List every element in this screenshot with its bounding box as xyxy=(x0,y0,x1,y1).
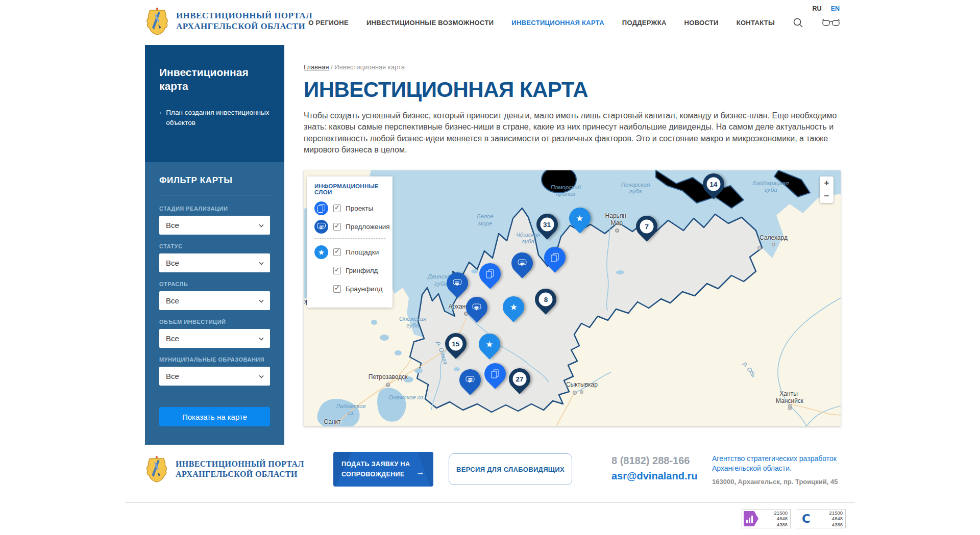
filter-select[interactable]: Все xyxy=(159,216,270,235)
nav-item[interactable]: ИНВЕСТИЦИОННЫЕ ВОЗМОЖНОСТИ xyxy=(366,19,494,27)
accessibility-glasses-icon[interactable] xyxy=(821,19,841,27)
doc-layer-icon xyxy=(314,201,328,215)
map-filter-panel: ФИЛЬТР КАРТЫ СТАДИЯ РЕАЛИЗАЦИИВсеСТАТУСВ… xyxy=(145,162,284,445)
filter-select[interactable]: Все xyxy=(159,253,270,272)
speech-bubble-icon xyxy=(466,376,475,384)
filter-panel-title: ФИЛЬТР КАРТЫ xyxy=(159,175,270,186)
filter-select[interactable]: Все xyxy=(159,329,270,348)
map-pin-speech[interactable] xyxy=(466,297,487,318)
document-icon xyxy=(551,253,559,262)
chevron-right-icon: › xyxy=(159,108,161,129)
speech-bubble-icon xyxy=(453,279,461,287)
map-pin-cluster[interactable]: 7 xyxy=(636,216,657,237)
counter-values: 2150048484386 xyxy=(758,510,788,527)
apply-support-button[interactable]: ПОДАТЬ ЗАЯВКУ НА СОПРОВОЖДЕНИЕ → xyxy=(333,452,433,487)
map-pin-cluster[interactable]: 31 xyxy=(536,214,558,235)
map-pin-cluster[interactable]: 15 xyxy=(445,333,467,354)
legend-row: Гринфилд xyxy=(314,264,385,277)
map-pin-star[interactable]: ★ xyxy=(479,334,500,355)
agency-address: 163000, Архангельск, пр. Троицкий, 45 xyxy=(712,478,847,486)
nav-items: О РЕГИОНЕИНВЕСТИЦИОННЫЕ ВОЗМОЖНОСТИИНВЕС… xyxy=(308,19,775,27)
breadcrumb-current: Инвестиционная карта xyxy=(334,63,405,71)
layer-label: Проекты xyxy=(346,205,373,212)
map-pin-doc[interactable] xyxy=(544,247,566,268)
map-pin-star[interactable]: ★ xyxy=(569,208,591,229)
legend-indent xyxy=(314,264,328,277)
map-pin-speech[interactable] xyxy=(447,272,468,294)
legend-row: Браунфилд xyxy=(314,282,385,296)
legend-title: ИНФОРМАЦИОННЫЕ СЛОИ xyxy=(314,183,385,195)
chevron-down-icon xyxy=(259,373,263,378)
page-title: ИНВЕСТИЦИОННАЯ КАРТА xyxy=(304,78,841,102)
filter-group: СТАТУСВсе xyxy=(159,243,270,272)
layer-checkbox[interactable] xyxy=(333,205,341,212)
intro-paragraph: Чтобы создать успешный бизнес, который п… xyxy=(304,110,841,156)
map-pin-cluster[interactable]: 27 xyxy=(509,368,530,390)
map-pin-doc[interactable] xyxy=(479,263,501,285)
map-pin-cluster[interactable]: 14 xyxy=(703,173,724,195)
investment-map[interactable]: Байдарацкая губаПоморский проливПечорска… xyxy=(304,170,841,426)
star-icon: ★ xyxy=(510,302,518,311)
coat-of-arms-icon xyxy=(145,455,168,483)
nav-item[interactable]: О РЕГИОНЕ xyxy=(308,19,349,27)
sidebar-title: Инвестиционная карта xyxy=(159,65,270,93)
sidebar-section-header: Инвестиционная карта › План создания инв… xyxy=(145,45,284,162)
legend-body: ПроектыПредложения★ПлощадкиГринфилдБраун… xyxy=(314,201,385,296)
zoom-out-button[interactable]: − xyxy=(820,190,834,203)
document-icon xyxy=(491,369,499,378)
legend-row: ★Площадки xyxy=(314,245,385,259)
cluster-count: 15 xyxy=(449,337,462,350)
filter-select[interactable]: Все xyxy=(159,367,270,386)
phone-number: 8 (8182) 288-166 xyxy=(611,455,697,467)
nav-item[interactable]: НОВОСТИ xyxy=(684,19,719,27)
header: ИНВЕСТИЦИОННЫЙ ПОРТАЛ АРХАНГЕЛЬСКОЙ ОБЛА… xyxy=(0,0,980,45)
lang-en[interactable]: EN xyxy=(831,5,840,12)
layer-checkbox[interactable] xyxy=(333,267,341,274)
divider xyxy=(159,195,270,195)
bar-chart-icon xyxy=(744,511,758,526)
sidebar-item-plan[interactable]: › План создания инвестиционных объектов xyxy=(159,108,270,129)
map-pin-speech[interactable] xyxy=(459,369,481,391)
map-pin-star[interactable]: ★ xyxy=(503,296,524,318)
lang-ru[interactable]: RU xyxy=(813,5,822,12)
show-on-map-button[interactable]: Показать на карте xyxy=(159,407,270,426)
zoom-in-button[interactable]: + xyxy=(820,176,834,190)
layer-checkbox[interactable] xyxy=(333,285,341,293)
agency-info: Агентство стратегических разработокАрхан… xyxy=(712,454,847,486)
footer-logo[interactable]: ИНВЕСТИЦИОННЫЙ ПОРТАЛ АРХАНГЕЛЬСКОЙ ОБЛА… xyxy=(145,455,304,483)
map-pin-cluster[interactable]: 8 xyxy=(535,289,556,310)
cluster-count: 14 xyxy=(706,177,720,191)
map-pin-speech[interactable] xyxy=(511,252,533,274)
sputnik-c-icon: C xyxy=(799,511,814,526)
filter-select[interactable]: Все xyxy=(159,291,270,310)
search-icon[interactable] xyxy=(793,17,803,28)
nav-item[interactable]: ПОДДЕРЖКА xyxy=(622,19,667,27)
legend-row: Проекты xyxy=(314,201,385,215)
document-icon xyxy=(486,269,494,278)
map-pin-doc[interactable] xyxy=(484,363,506,385)
counter-values: 2150048484386 xyxy=(814,510,843,527)
breadcrumb-home-link[interactable]: Главная xyxy=(304,63,329,71)
nav-item[interactable]: КОНТАКТЫ xyxy=(737,19,775,27)
visit-counter-badge[interactable]: 2150048484386 xyxy=(742,509,791,528)
email-link[interactable]: asr@dvinaland.ru xyxy=(611,470,697,482)
footer-contacts: 8 (8182) 288-166 asr@dvinaland.ru xyxy=(611,455,697,482)
legend-divider xyxy=(314,238,385,239)
chevron-down-icon xyxy=(259,336,263,340)
nav-item[interactable]: ИНВЕСТИЦИОННАЯ КАРТА xyxy=(511,19,604,27)
map-layers-legend: ИНФОРМАЦИОННЫЕ СЛОИ ПроектыПредложения★П… xyxy=(307,176,393,308)
cluster-count: 7 xyxy=(640,220,654,234)
layer-checkbox[interactable] xyxy=(333,223,341,231)
visit-counter-badge[interactable]: C2150048484386 xyxy=(797,509,846,528)
arrow-right-icon: → xyxy=(416,466,425,479)
layer-label: Браунфилд xyxy=(346,285,382,293)
chevron-down-icon xyxy=(259,298,263,302)
accessibility-version-button[interactable]: ВЕРСИЯ ДЛЯ СЛАБОВИДЯЩИХ xyxy=(449,453,572,485)
layer-label: Гринфилд xyxy=(346,267,378,274)
site-logo[interactable]: ИНВЕСТИЦИОННЫЙ ПОРТАЛ АРХАНГЕЛЬСКОЙ ОБЛА… xyxy=(145,7,312,36)
coat-of-arms-icon xyxy=(145,7,169,36)
visit-counters: 2150048484386C2150048484386 xyxy=(742,509,846,528)
layer-checkbox[interactable] xyxy=(333,248,341,256)
filter-label: СТАДИЯ РЕАЛИЗАЦИИ xyxy=(159,206,270,212)
filter-label: ОБЪЕМ ИНВЕСТИЦИЙ xyxy=(159,319,270,325)
